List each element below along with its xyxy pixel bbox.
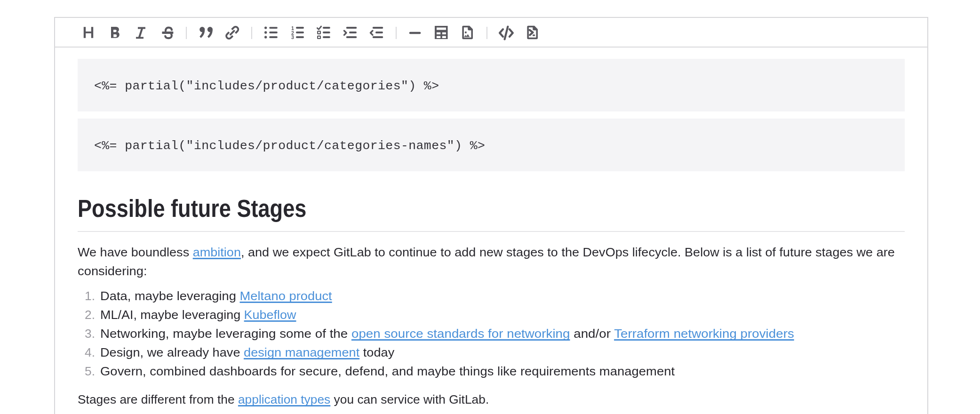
svg-text:3: 3: [291, 34, 294, 40]
